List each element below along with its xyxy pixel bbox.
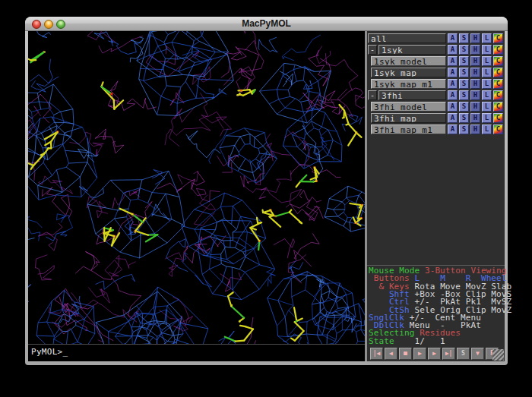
l-menu-button[interactable]: L [482, 79, 492, 89]
h-menu-button[interactable]: H [470, 79, 480, 89]
object-row-3fhi: -3fhiASHLC [368, 90, 504, 100]
a-menu-button[interactable]: A [448, 56, 458, 66]
object-name-button-1syk_map[interactable]: 1syk_map [371, 68, 446, 77]
c-menu-button[interactable]: C [493, 90, 503, 100]
object-row-3fhi_map_m1: 3fhi_map_m1ASHLC [368, 124, 504, 134]
s-menu-button[interactable]: S [459, 33, 469, 43]
3d-viewport[interactable]: PyMOL>_ [28, 31, 365, 361]
l-menu-button[interactable]: L [482, 102, 492, 112]
a-menu-button[interactable]: A [448, 45, 458, 55]
h-menu-button[interactable]: H [470, 102, 480, 112]
action-buttons: ASHLC [448, 113, 503, 123]
state-indicator[interactable]: State 1/ 1 [369, 338, 505, 345]
movie-control-bar: |◀◀■▶▶▶|S▼F [367, 345, 505, 361]
c-menu-button[interactable]: C [493, 102, 503, 112]
l-menu-button[interactable]: L [482, 56, 492, 66]
c-menu-button[interactable]: C [493, 113, 503, 123]
window-title: MacPyMOL [25, 18, 508, 29]
object-name-area: 3fhi_map [368, 113, 446, 123]
s-menu-button[interactable]: S [459, 56, 469, 66]
object-name-area: 1syk_model [368, 56, 446, 66]
molecular-render-canvas[interactable] [28, 31, 365, 344]
h-menu-button[interactable]: H [470, 68, 480, 77]
object-row-3fhi_model: 3fhi_modelASHLC [368, 102, 504, 112]
object-name-area: 1syk_map_m1 [368, 79, 446, 89]
object-name-button-1syk[interactable]: 1syk [378, 45, 446, 55]
object-row-1syk_map: 1syk_mapASHLC [368, 68, 504, 77]
object-name-area: -1syk [368, 45, 446, 55]
collapse-minus-button[interactable]: - [368, 90, 377, 100]
l-menu-button[interactable]: L [482, 124, 492, 134]
a-menu-button[interactable]: A [448, 33, 458, 43]
s-menu-button[interactable]: S [459, 102, 469, 112]
action-buttons: ASHLC [448, 45, 503, 55]
l-menu-button[interactable]: L [482, 113, 492, 123]
object-name-button-1syk_map_m1[interactable]: 1syk_map_m1 [371, 79, 446, 89]
object-row-3fhi_map: 3fhi_mapASHLC [368, 113, 504, 123]
c-menu-button[interactable]: C [493, 56, 503, 66]
h-menu-button[interactable]: H [470, 124, 480, 134]
window-content: PyMOL>_ allASHLC-1sykASHLC1syk_modelASHL… [28, 31, 505, 361]
object-name-area: -3fhi [368, 90, 446, 100]
internal-gui-panel: allASHLC-1sykASHLC1syk_modelASHLC1syk_ma… [365, 31, 505, 361]
l-menu-button[interactable]: L [482, 90, 492, 100]
h-menu-button[interactable]: H [470, 33, 480, 43]
l-menu-button[interactable]: L [482, 45, 492, 55]
movie-menu-button[interactable]: ▼ [471, 348, 484, 360]
title-bar[interactable]: MacPyMOL [25, 17, 508, 31]
a-menu-button[interactable]: A [448, 90, 458, 100]
c-menu-button[interactable]: C [493, 33, 503, 43]
a-menu-button[interactable]: A [448, 79, 458, 89]
action-buttons: ASHLC [448, 79, 503, 89]
object-row-1syk_model: 1syk_modelASHLC [368, 56, 504, 66]
s-menu-button[interactable]: S [459, 90, 469, 100]
object-name-button-1syk_model[interactable]: 1syk_model [371, 56, 446, 66]
l-menu-button[interactable]: L [482, 68, 492, 77]
pymol-prompt[interactable]: PyMOL>_ [31, 347, 68, 357]
s-menu-button[interactable]: S [459, 68, 469, 77]
c-menu-button[interactable]: C [493, 124, 503, 134]
a-menu-button[interactable]: A [448, 68, 458, 77]
s-menu-button[interactable]: S [459, 124, 469, 134]
object-name-button-all[interactable]: all [368, 33, 446, 43]
movie-scene-button[interactable]: S [457, 348, 470, 360]
h-menu-button[interactable]: H [470, 56, 480, 66]
s-menu-button[interactable]: S [459, 113, 469, 123]
object-name-area: 3fhi_model [368, 102, 446, 112]
mouse-mode-panel: Mouse Mode 3-Button Viewing Buttons L M … [367, 265, 505, 345]
a-menu-button[interactable]: A [448, 124, 458, 134]
object-name-button-3fhi_model[interactable]: 3fhi_model [371, 102, 446, 112]
command-line[interactable]: PyMOL>_ [28, 344, 365, 361]
c-menu-button[interactable]: C [493, 68, 503, 77]
action-buttons: ASHLC [448, 90, 503, 100]
object-name-area: all [368, 33, 446, 43]
c-menu-button[interactable]: C [493, 79, 503, 89]
movie-step-back-button[interactable]: ◀ [385, 348, 397, 360]
s-menu-button[interactable]: S [459, 45, 469, 55]
l-menu-button[interactable]: L [482, 33, 492, 43]
object-name-area: 1syk_map [368, 68, 446, 77]
collapse-minus-button[interactable]: - [368, 45, 377, 55]
panel-spacer [367, 136, 505, 265]
s-menu-button[interactable]: S [459, 79, 469, 89]
resize-grip[interactable] [492, 349, 504, 361]
h-menu-button[interactable]: H [470, 90, 480, 100]
object-name-button-3fhi_map[interactable]: 3fhi_map [371, 113, 446, 123]
object-name-button-3fhi_map_m1[interactable]: 3fhi_map_m1 [371, 124, 446, 134]
object-name-button-3fhi[interactable]: 3fhi [378, 90, 446, 100]
a-menu-button[interactable]: A [448, 113, 458, 123]
h-menu-button[interactable]: H [470, 113, 480, 123]
movie-play-button[interactable]: ▶ [413, 348, 426, 360]
object-list: allASHLC-1sykASHLC1syk_modelASHLC1syk_ma… [367, 31, 505, 136]
movie-step-forward-button[interactable]: ▶ [428, 348, 441, 360]
c-menu-button[interactable]: C [493, 45, 503, 55]
a-menu-button[interactable]: A [448, 102, 458, 112]
state-indicator-text: 1/ 1 [399, 336, 445, 346]
object-row-1syk: -1sykASHLC [368, 45, 504, 55]
movie-stop-button[interactable]: ■ [399, 348, 412, 360]
object-name-area: 3fhi_map_m1 [368, 124, 446, 134]
object-row-1syk_map_m1: 1syk_map_m1ASHLC [368, 79, 504, 89]
h-menu-button[interactable]: H [470, 45, 480, 55]
movie-rewind-button[interactable]: |◀ [370, 348, 383, 360]
movie-end-button[interactable]: ▶| [442, 348, 455, 360]
